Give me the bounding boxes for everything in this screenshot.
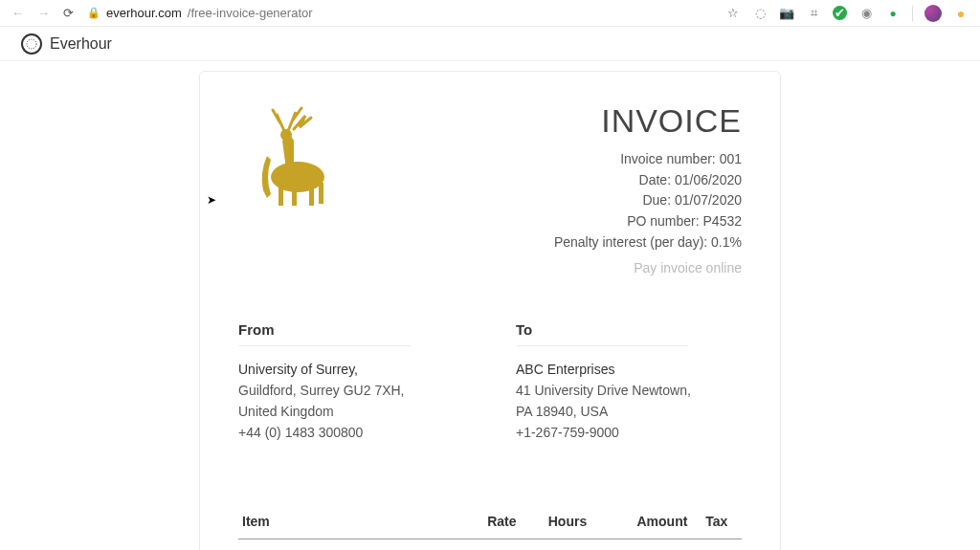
brand-logo-icon bbox=[21, 33, 42, 55]
brand-name: Everhour bbox=[50, 35, 112, 53]
bookmark-star-icon[interactable]: ☆ bbox=[725, 6, 741, 21]
cursor-icon: ➤ bbox=[207, 193, 216, 207]
invoice-title: INVOICE bbox=[554, 102, 742, 140]
col-rate: Rate bbox=[439, 504, 520, 539]
table-row[interactable]: Research$ 100.0010$ 1,000.00✓ bbox=[238, 539, 742, 550]
extension-icon[interactable]: ● bbox=[953, 6, 969, 21]
shield-icon[interactable]: ◉ bbox=[858, 6, 874, 21]
to-name: ABC Enterprises bbox=[516, 360, 691, 381]
lock-icon: 🔒 bbox=[87, 7, 100, 19]
from-phone: +44 (0) 1483 300800 bbox=[238, 423, 411, 444]
brand[interactable]: Everhour bbox=[21, 33, 112, 55]
from-addr-line: United Kingdom bbox=[238, 402, 411, 423]
col-tax: Tax bbox=[691, 504, 742, 539]
address-bar[interactable]: 🔒 everhour.com/free-invoice-generator bbox=[87, 6, 313, 20]
from-addr-line: Guildford, Surrey GU2 7XH, bbox=[238, 381, 411, 402]
item-hours[interactable]: 10 bbox=[521, 539, 591, 550]
item-name[interactable]: Research bbox=[238, 539, 439, 550]
svg-rect-6 bbox=[319, 183, 323, 204]
from-heading: From bbox=[238, 321, 411, 346]
to-addr-line: PA 18940, USA bbox=[516, 402, 691, 423]
extension-icon[interactable]: ◌ bbox=[752, 6, 768, 21]
meta-invoice-number[interactable]: Invoice number: 001 bbox=[554, 149, 742, 170]
browser-toolbar: ← → ⟳ 🔒 everhour.com/free-invoice-genera… bbox=[0, 0, 980, 27]
item-rate[interactable]: $ 100.00 bbox=[439, 539, 520, 550]
col-amount: Amount bbox=[590, 504, 691, 539]
to-addr-line: 41 University Drive Newtown, bbox=[516, 381, 691, 402]
camera-icon[interactable]: 📷 bbox=[779, 6, 794, 21]
col-item: Item bbox=[238, 504, 439, 539]
meta-po[interactable]: PO number: P4532 bbox=[554, 211, 742, 232]
items-table: Item Rate Hours Amount Tax Research$ 100… bbox=[238, 504, 742, 550]
svg-rect-3 bbox=[278, 185, 283, 206]
svg-rect-4 bbox=[292, 185, 297, 206]
nav-back-icon[interactable]: ← bbox=[11, 6, 24, 20]
play-icon[interactable]: ● bbox=[885, 6, 901, 21]
extension-badge-icon[interactable]: ✔ bbox=[833, 6, 847, 20]
from-name: University of Surrey, bbox=[238, 360, 411, 381]
to-heading: To bbox=[516, 321, 688, 346]
app-header: Everhour bbox=[0, 27, 980, 61]
toolbar-divider bbox=[912, 6, 913, 21]
pay-invoice-link[interactable]: Pay invoice online bbox=[554, 260, 742, 275]
url-path: /free-invoice-generator bbox=[188, 6, 313, 20]
svg-point-0 bbox=[27, 39, 36, 49]
svg-rect-5 bbox=[309, 185, 314, 206]
nav-refresh-icon[interactable]: ⟳ bbox=[63, 6, 74, 20]
profile-avatar[interactable] bbox=[924, 5, 942, 22]
to-block[interactable]: To ABC Enterprises 41 University Drive N… bbox=[516, 321, 691, 443]
meta-penalty[interactable]: Penalty interest (per day): 0.1% bbox=[554, 232, 742, 253]
item-amount[interactable]: $ 1,000.00 bbox=[590, 539, 691, 550]
col-hours: Hours bbox=[521, 504, 591, 539]
svg-point-2 bbox=[280, 129, 292, 141]
meta-due[interactable]: Due: 01/07/2020 bbox=[554, 190, 742, 211]
invoice-card: INVOICE Invoice number: 001 Date: 01/06/… bbox=[199, 71, 781, 550]
company-logo[interactable] bbox=[238, 102, 353, 217]
extension-icon[interactable]: ⌗ bbox=[806, 6, 821, 21]
nav-forward-icon[interactable]: → bbox=[37, 6, 50, 20]
from-block[interactable]: From University of Surrey, Guildford, Su… bbox=[238, 321, 411, 443]
meta-date[interactable]: Date: 01/06/2020 bbox=[554, 170, 742, 191]
url-domain: everhour.com bbox=[106, 6, 182, 20]
to-phone: +1-267-759-9000 bbox=[516, 423, 691, 444]
item-tax[interactable]: ✓ bbox=[691, 539, 742, 550]
